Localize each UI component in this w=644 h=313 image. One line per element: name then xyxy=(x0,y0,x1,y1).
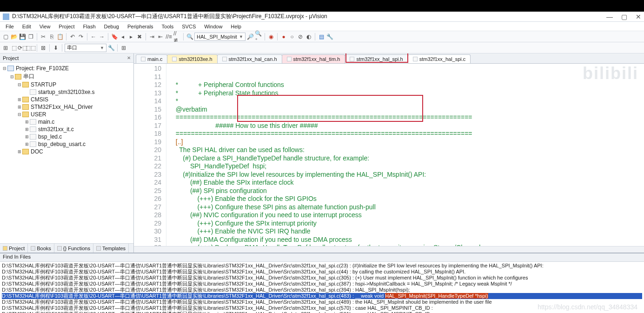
incremental-find-icon[interactable]: 🔍⁺ xyxy=(255,33,262,40)
panel-tab[interactable]: Project xyxy=(0,244,28,253)
menu-tools[interactable]: Tools xyxy=(158,23,178,30)
panel-close-icon[interactable]: ✕ xyxy=(127,55,131,60)
code-editor[interactable]: 1011121314151617181920212223242526272829… xyxy=(134,64,644,246)
save-icon[interactable]: 💾 xyxy=(19,33,26,40)
outdent-icon[interactable]: ⇤ xyxy=(157,33,164,40)
breakpoint-kill-icon[interactable]: ⊘ xyxy=(297,33,304,40)
panel-tab[interactable]: Books xyxy=(28,244,54,253)
menu-window[interactable]: Window xyxy=(200,23,226,30)
find-result-line[interactable]: D:\STM32HAL库例程\F103霸道开发板\20-USART—串口通信\U… xyxy=(2,305,642,311)
tree-node[interactable]: ⊞CMSIS xyxy=(0,96,133,103)
find-result-line[interactable]: D:\STM32HAL库例程\F103霸道开发板\20-USART—串口通信\U… xyxy=(2,263,642,269)
copy-icon[interactable]: ⎘ xyxy=(48,33,55,40)
find-in-files-panel: Find In Files D:\STM32HAL库例程\F103霸道开发板\2… xyxy=(0,253,644,313)
find-result-line[interactable]: D:\STM32HAL库例程\F103霸道开发板\20-USART—串口通信\U… xyxy=(2,281,642,287)
nav-back-icon[interactable]: ← xyxy=(90,33,97,40)
window-title: D:\STM32HAL库例程\F103霸道开发板\20-USART—串口通信\U… xyxy=(12,13,606,20)
find-results[interactable]: D:\STM32HAL库例程\F103霸道开发板\20-USART—串口通信\U… xyxy=(0,262,644,313)
find-result-line[interactable]: D:\STM32HAL库例程\F103霸道开发板\20-USART—串口通信\U… xyxy=(2,275,642,281)
target-combo[interactable]: 串口▼ xyxy=(65,44,106,52)
find-combo[interactable]: HAL_SPI_MspInit▼ xyxy=(194,33,246,41)
target-options-icon[interactable]: 🔧 xyxy=(107,44,115,52)
new-file-icon[interactable]: ▢ xyxy=(2,33,9,40)
paste-icon[interactable]: 📋 xyxy=(56,33,64,40)
stop-build-icon[interactable]: ⊠ xyxy=(40,44,47,52)
breakpoint-disable-icon[interactable]: ◐ xyxy=(305,33,312,40)
menu-edit[interactable]: Edit xyxy=(19,23,35,30)
bookmark-prev-icon[interactable]: ◂ xyxy=(119,33,126,40)
download-icon[interactable]: ⬇ xyxy=(52,44,60,52)
build-icon[interactable]: ⬚ xyxy=(10,44,18,52)
manage-icon[interactable]: ⊞ xyxy=(120,44,127,52)
bookmark-clear-icon[interactable]: ✖ xyxy=(136,33,143,40)
uncomment-icon[interactable]: //≢ xyxy=(173,33,181,40)
comment-icon[interactable]: //≡ xyxy=(165,33,173,40)
config-icon[interactable]: 🔧 xyxy=(326,33,333,40)
find-result-line[interactable]: D:\STM32HAL库例程\F103霸道开发板\20-USART—串口通信\U… xyxy=(2,311,642,313)
tree-node[interactable]: ⊞stm32f1xx_it.c xyxy=(0,126,133,133)
find-result-line[interactable]: D:\STM32HAL库例程\F103霸道开发板\20-USART—串口通信\U… xyxy=(2,287,642,293)
file-tab[interactable]: stm32f1xx_hal_can.h xyxy=(217,54,282,63)
find-result-line[interactable]: D:\STM32HAL库例程\F103霸道开发板\20-USART—串口通信\U… xyxy=(2,299,642,305)
file-icon xyxy=(30,127,36,132)
cut-icon[interactable]: ✂ xyxy=(40,33,47,40)
file-tab[interactable]: stm32f1xx_hal_spi.h xyxy=(345,54,408,63)
panel-tabs: ProjectBooks{} FunctionsTemplates xyxy=(0,243,133,253)
tree-node[interactable]: ⊞main.c xyxy=(0,118,133,126)
redo-icon[interactable]: ↷ xyxy=(77,33,85,40)
menu-debug[interactable]: Debug xyxy=(100,23,123,30)
find-result-line[interactable]: D:\STM32HAL库例程\F103霸道开发板\20-USART—串口通信\U… xyxy=(2,269,642,275)
code-content[interactable]: * + Peripheral Control functions * + Per… xyxy=(166,64,644,246)
tree-label: CMSIS xyxy=(31,96,48,103)
tree-node[interactable]: ⊟Project: Fire_F103ZE xyxy=(0,65,133,72)
maximize-button[interactable]: ▢ xyxy=(621,13,627,20)
file-tab[interactable]: stm32f103xe.h xyxy=(167,54,217,63)
panel-tab[interactable]: {} Functions xyxy=(54,244,93,253)
project-tree[interactable]: ⊟Project: Fire_F103ZE⊟串口⊟STARTUPstartup_… xyxy=(0,63,133,243)
translate-icon[interactable]: ⊞ xyxy=(2,44,9,52)
menu-svcs[interactable]: SVCS xyxy=(178,23,199,30)
menu-file[interactable]: File xyxy=(2,23,18,30)
menu-flash[interactable]: Flash xyxy=(80,23,100,30)
minimize-button[interactable]: — xyxy=(606,13,613,20)
window-icon[interactable]: ▤ xyxy=(318,33,325,40)
menu-peripherals[interactable]: Peripherals xyxy=(124,23,157,30)
tree-label: 串口 xyxy=(23,73,34,80)
tree-node[interactable]: ⊞bsp_debug_usart.c xyxy=(0,140,133,148)
menu-project[interactable]: Project xyxy=(55,23,78,30)
panel-tab[interactable]: Templates xyxy=(93,244,129,253)
tree-node[interactable]: ⊟串口 xyxy=(0,72,133,81)
project-panel: Project ✕ ⊟Project: Fire_F103ZE⊟串口⊟START… xyxy=(0,53,134,253)
file-tab[interactable]: stm32f1xx_hal_tim.h xyxy=(282,54,345,63)
batch-build-icon[interactable]: ⬚⬚ xyxy=(27,44,34,52)
file-tab[interactable]: main.c xyxy=(136,54,167,63)
tree-node[interactable]: ⊟USER xyxy=(0,111,133,118)
tree-node[interactable]: startup_stm32f103xe.s xyxy=(0,88,133,96)
tree-node[interactable]: ⊞bsp_led.c xyxy=(0,133,133,140)
folder-icon xyxy=(15,74,21,80)
editor-scrollbar-h[interactable] xyxy=(134,246,644,253)
menu-view[interactable]: View xyxy=(36,23,54,30)
menu-help[interactable]: Help xyxy=(227,23,245,30)
folder-icon xyxy=(22,97,29,102)
tree-node[interactable]: ⊞DOC xyxy=(0,148,133,155)
find-icon[interactable]: 🔍 xyxy=(186,33,193,40)
file-tab-label: stm32f103xe.h xyxy=(179,56,212,62)
breakpoint-toggle-icon[interactable]: ○ xyxy=(288,33,296,40)
find-in-files-icon[interactable]: 🔎 xyxy=(246,33,254,40)
tree-node[interactable]: ⊟STARTUP xyxy=(0,81,133,88)
close-button[interactable]: ✕ xyxy=(636,13,641,20)
nav-fwd-icon[interactable]: → xyxy=(98,33,106,40)
find-result-line[interactable]: D:\STM32HAL库例程\F103霸道开发板\20-USART—串口通信\U… xyxy=(2,293,642,299)
save-all-icon[interactable]: ❐ xyxy=(27,33,34,40)
tree-node[interactable]: ⊞STM32F1xx_HAL_Driver xyxy=(0,103,133,111)
breakpoint-insert-icon[interactable]: ● xyxy=(280,33,287,40)
indent-icon[interactable]: ⇥ xyxy=(148,33,156,40)
bookmark-icon[interactable]: 🔖 xyxy=(111,33,118,40)
bookmark-next-icon[interactable]: ▸ xyxy=(127,33,135,40)
undo-icon[interactable]: ↶ xyxy=(69,33,76,40)
open-file-icon[interactable]: 📂 xyxy=(10,33,18,40)
file-tab[interactable]: stm32f1xx_hal_spi.c xyxy=(408,54,471,63)
rebuild-icon[interactable]: ⟳⬚ xyxy=(19,44,26,52)
debug-icon[interactable]: ◉ xyxy=(267,33,275,40)
